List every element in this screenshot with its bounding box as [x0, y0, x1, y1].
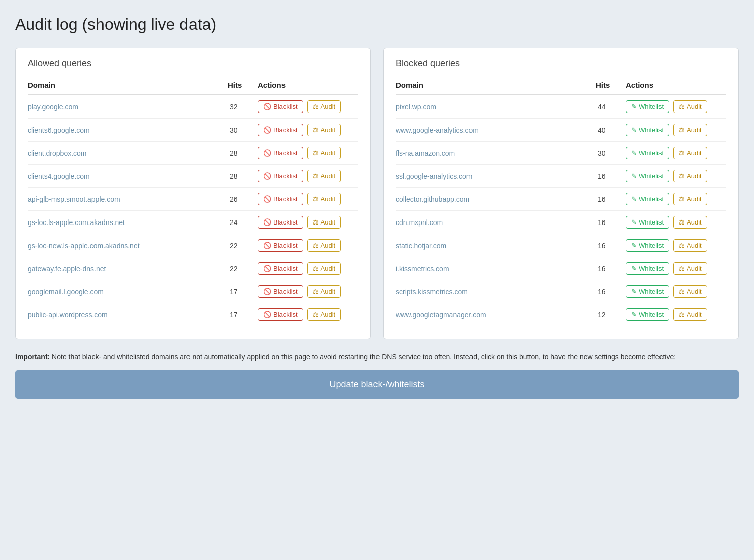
whitelist-label: Whitelist [639, 103, 664, 110]
whitelist-icon: ✎ [631, 265, 637, 272]
audit-button[interactable]: ⚖ Audit [307, 193, 341, 205]
whitelist-label: Whitelist [639, 195, 664, 203]
whitelist-label: Whitelist [639, 126, 664, 134]
whitelist-button[interactable]: ✎ Whitelist [626, 100, 669, 113]
audit-button[interactable]: ⚖ Audit [673, 147, 707, 159]
audit-icon: ⚖ [679, 126, 685, 134]
audit-button[interactable]: ⚖ Audit [307, 147, 341, 159]
domain-cell: gateway.fe.apple-dns.net [28, 257, 228, 280]
blacklist-button[interactable]: 🚫 Blacklist [258, 124, 303, 136]
blocked-col-actions: Actions [626, 77, 726, 95]
hits-cell: 30 [596, 142, 626, 165]
actions-cell: 🚫 Blacklist ⚖ Audit [258, 119, 358, 142]
whitelist-button[interactable]: ✎ Whitelist [626, 216, 669, 229]
audit-button[interactable]: ⚖ Audit [307, 124, 341, 136]
actions-cell: ✎ Whitelist ⚖ Audit [626, 142, 726, 165]
audit-label: Audit [321, 126, 336, 134]
allowed-col-hits: Hits [228, 77, 258, 95]
allowed-panel-title: Allowed queries [28, 58, 358, 69]
audit-label: Audit [687, 149, 702, 157]
blacklist-icon: 🚫 [263, 195, 271, 203]
whitelist-button[interactable]: ✎ Whitelist [626, 308, 669, 321]
hits-cell: 16 [596, 234, 626, 257]
audit-label: Audit [687, 172, 702, 180]
audit-icon: ⚖ [679, 103, 685, 110]
table-row: clients4.google.com 28 🚫 Blacklist ⚖ Aud… [28, 165, 358, 188]
update-blackwhitelists-button[interactable]: Update black-/whitelists [15, 370, 739, 399]
whitelist-button[interactable]: ✎ Whitelist [626, 147, 669, 159]
domain-cell: fls-na.amazon.com [396, 142, 596, 165]
whitelist-button[interactable]: ✎ Whitelist [626, 239, 669, 252]
audit-button[interactable]: ⚖ Audit [673, 216, 707, 229]
blacklist-button[interactable]: 🚫 Blacklist [258, 285, 303, 298]
whitelist-button[interactable]: ✎ Whitelist [626, 124, 669, 136]
actions-cell: 🚫 Blacklist ⚖ Audit [258, 188, 358, 211]
audit-icon: ⚖ [313, 288, 319, 295]
allowed-table: Domain Hits Actions play.google.com 32 🚫… [28, 77, 358, 326]
audit-button[interactable]: ⚖ Audit [307, 285, 341, 298]
hits-cell: 28 [228, 142, 258, 165]
actions-cell: 🚫 Blacklist ⚖ Audit [258, 142, 358, 165]
hits-cell: 40 [596, 119, 626, 142]
hits-cell: 17 [228, 280, 258, 303]
domain-cell: api-glb-msp.smoot.apple.com [28, 188, 228, 211]
actions-cell: ✎ Whitelist ⚖ Audit [626, 95, 726, 119]
blacklist-button[interactable]: 🚫 Blacklist [258, 170, 303, 182]
audit-button[interactable]: ⚖ Audit [307, 239, 341, 252]
audit-button[interactable]: ⚖ Audit [307, 308, 341, 321]
audit-icon: ⚖ [679, 218, 685, 226]
audit-label: Audit [321, 265, 336, 272]
table-row: pixel.wp.com 44 ✎ Whitelist ⚖ Audit [396, 95, 726, 119]
domain-cell: clients6.google.com [28, 119, 228, 142]
blacklist-button[interactable]: 🚫 Blacklist [258, 239, 303, 252]
domain-cell: static.hotjar.com [396, 234, 596, 257]
audit-button[interactable]: ⚖ Audit [673, 239, 707, 252]
table-row: public-api.wordpress.com 17 🚫 Blacklist … [28, 303, 358, 326]
blacklist-button[interactable]: 🚫 Blacklist [258, 216, 303, 229]
audit-button[interactable]: ⚖ Audit [673, 285, 707, 298]
audit-label: Audit [321, 218, 336, 226]
actions-cell: ✎ Whitelist ⚖ Audit [626, 303, 726, 326]
audit-label: Audit [687, 242, 702, 249]
audit-label: Audit [321, 195, 336, 203]
blacklist-button[interactable]: 🚫 Blacklist [258, 100, 303, 113]
blocked-queries-panel: Blocked queries Domain Hits Actions pixe… [383, 48, 739, 339]
whitelist-button[interactable]: ✎ Whitelist [626, 285, 669, 298]
blocked-panel-title: Blocked queries [396, 58, 726, 69]
table-row: fls-na.amazon.com 30 ✎ Whitelist ⚖ Audit [396, 142, 726, 165]
table-row: googlemail.l.google.com 17 🚫 Blacklist ⚖… [28, 280, 358, 303]
blacklist-button[interactable]: 🚫 Blacklist [258, 193, 303, 205]
whitelist-icon: ✎ [631, 311, 637, 318]
table-row: ssl.google-analytics.com 16 ✎ Whitelist … [396, 165, 726, 188]
whitelist-button[interactable]: ✎ Whitelist [626, 193, 669, 205]
audit-label: Audit [321, 288, 336, 295]
hits-cell: 24 [228, 211, 258, 234]
audit-button[interactable]: ⚖ Audit [307, 170, 341, 182]
blacklist-button[interactable]: 🚫 Blacklist [258, 147, 303, 159]
whitelist-button[interactable]: ✎ Whitelist [626, 170, 669, 182]
blacklist-label: Blacklist [273, 103, 298, 110]
audit-button[interactable]: ⚖ Audit [673, 170, 707, 182]
blacklist-button[interactable]: 🚫 Blacklist [258, 308, 303, 321]
domain-cell: www.google-analytics.com [396, 119, 596, 142]
hits-cell: 32 [228, 95, 258, 119]
audit-button[interactable]: ⚖ Audit [307, 100, 341, 113]
audit-button[interactable]: ⚖ Audit [307, 216, 341, 229]
domain-cell: googlemail.l.google.com [28, 280, 228, 303]
table-row: gs-loc.ls-apple.com.akadns.net 24 🚫 Blac… [28, 211, 358, 234]
audit-button[interactable]: ⚖ Audit [673, 100, 707, 113]
audit-button[interactable]: ⚖ Audit [673, 308, 707, 321]
whitelist-button[interactable]: ✎ Whitelist [626, 262, 669, 275]
blocked-col-domain: Domain [396, 77, 596, 95]
audit-button[interactable]: ⚖ Audit [673, 193, 707, 205]
blacklist-button[interactable]: 🚫 Blacklist [258, 262, 303, 275]
audit-button[interactable]: ⚖ Audit [673, 124, 707, 136]
audit-button[interactable]: ⚖ Audit [673, 262, 707, 275]
audit-label: Audit [687, 103, 702, 110]
domain-cell: ssl.google-analytics.com [396, 165, 596, 188]
audit-button[interactable]: ⚖ Audit [307, 262, 341, 275]
actions-cell: 🚫 Blacklist ⚖ Audit [258, 165, 358, 188]
actions-cell: 🚫 Blacklist ⚖ Audit [258, 234, 358, 257]
table-row: www.google-analytics.com 40 ✎ Whitelist … [396, 119, 726, 142]
domain-cell: cdn.mxpnl.com [396, 211, 596, 234]
